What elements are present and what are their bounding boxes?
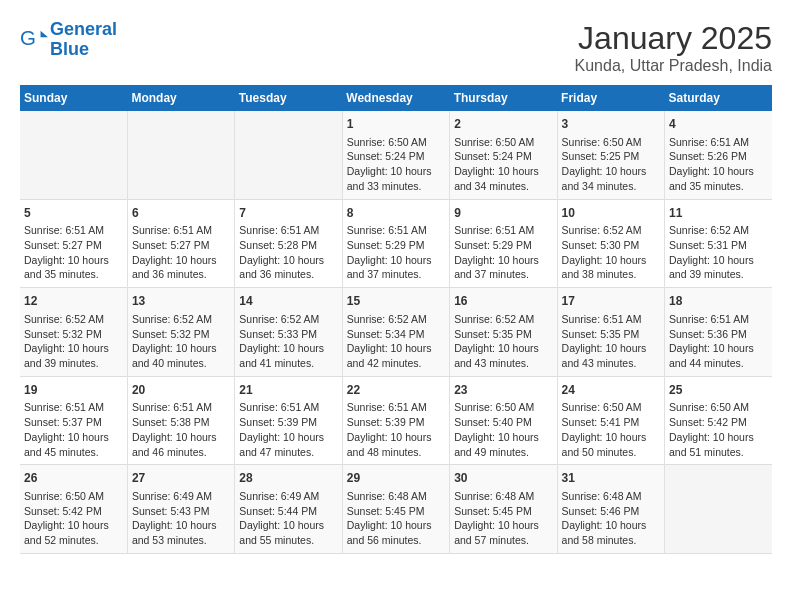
sunset-text: Sunset: 5:31 PM <box>669 238 768 253</box>
day-number: 16 <box>454 293 552 310</box>
sunset-text: Sunset: 5:30 PM <box>562 238 660 253</box>
sunset-text: Sunset: 5:41 PM <box>562 415 660 430</box>
day-number: 7 <box>239 205 337 222</box>
logo-blue: Blue <box>50 40 117 60</box>
day-header-friday: Friday <box>557 85 664 111</box>
daylight-text: Daylight: 10 hours and 49 minutes. <box>454 430 552 459</box>
calendar-cell <box>20 111 127 199</box>
day-number: 4 <box>669 116 768 133</box>
daylight-text: Daylight: 10 hours and 34 minutes. <box>562 164 660 193</box>
daylight-text: Daylight: 10 hours and 53 minutes. <box>132 518 230 547</box>
calendar-cell: 1Sunrise: 6:50 AMSunset: 5:24 PMDaylight… <box>342 111 449 199</box>
calendar-cell: 28Sunrise: 6:49 AMSunset: 5:44 PMDayligh… <box>235 465 342 554</box>
sunrise-text: Sunrise: 6:51 AM <box>347 400 445 415</box>
calendar-cell: 5Sunrise: 6:51 AMSunset: 5:27 PMDaylight… <box>20 199 127 288</box>
calendar-table: SundayMondayTuesdayWednesdayThursdayFrid… <box>20 85 772 554</box>
sunset-text: Sunset: 5:27 PM <box>24 238 123 253</box>
svg-marker-1 <box>41 30 48 37</box>
sunset-text: Sunset: 5:43 PM <box>132 504 230 519</box>
sunset-text: Sunset: 5:38 PM <box>132 415 230 430</box>
sunrise-text: Sunrise: 6:50 AM <box>562 135 660 150</box>
daylight-text: Daylight: 10 hours and 35 minutes. <box>24 253 123 282</box>
daylight-text: Daylight: 10 hours and 38 minutes. <box>562 253 660 282</box>
sunset-text: Sunset: 5:29 PM <box>454 238 552 253</box>
sunrise-text: Sunrise: 6:52 AM <box>239 312 337 327</box>
day-number: 20 <box>132 382 230 399</box>
daylight-text: Daylight: 10 hours and 37 minutes. <box>347 253 445 282</box>
sunset-text: Sunset: 5:42 PM <box>669 415 768 430</box>
day-number: 14 <box>239 293 337 310</box>
day-number: 8 <box>347 205 445 222</box>
day-number: 12 <box>24 293 123 310</box>
calendar-title: January 2025 <box>575 20 772 57</box>
week-row-1: 1Sunrise: 6:50 AMSunset: 5:24 PMDaylight… <box>20 111 772 199</box>
sunrise-text: Sunrise: 6:49 AM <box>132 489 230 504</box>
daylight-text: Daylight: 10 hours and 46 minutes. <box>132 430 230 459</box>
sunset-text: Sunset: 5:34 PM <box>347 327 445 342</box>
week-row-4: 19Sunrise: 6:51 AMSunset: 5:37 PMDayligh… <box>20 376 772 465</box>
day-number: 28 <box>239 470 337 487</box>
day-number: 30 <box>454 470 552 487</box>
sunset-text: Sunset: 5:44 PM <box>239 504 337 519</box>
calendar-cell: 21Sunrise: 6:51 AMSunset: 5:39 PMDayligh… <box>235 376 342 465</box>
week-row-3: 12Sunrise: 6:52 AMSunset: 5:32 PMDayligh… <box>20 288 772 377</box>
daylight-text: Daylight: 10 hours and 50 minutes. <box>562 430 660 459</box>
day-header-wednesday: Wednesday <box>342 85 449 111</box>
sunset-text: Sunset: 5:39 PM <box>347 415 445 430</box>
calendar-cell: 9Sunrise: 6:51 AMSunset: 5:29 PMDaylight… <box>450 199 557 288</box>
sunset-text: Sunset: 5:32 PM <box>132 327 230 342</box>
day-number: 1 <box>347 116 445 133</box>
calendar-cell: 17Sunrise: 6:51 AMSunset: 5:35 PMDayligh… <box>557 288 664 377</box>
logo-general: General <box>50 19 117 39</box>
daylight-text: Daylight: 10 hours and 44 minutes. <box>669 341 768 370</box>
sunset-text: Sunset: 5:33 PM <box>239 327 337 342</box>
sunrise-text: Sunrise: 6:51 AM <box>24 223 123 238</box>
week-row-5: 26Sunrise: 6:50 AMSunset: 5:42 PMDayligh… <box>20 465 772 554</box>
day-number: 27 <box>132 470 230 487</box>
sunrise-text: Sunrise: 6:52 AM <box>669 223 768 238</box>
day-number: 26 <box>24 470 123 487</box>
day-number: 29 <box>347 470 445 487</box>
svg-text:G: G <box>20 26 36 49</box>
sunset-text: Sunset: 5:46 PM <box>562 504 660 519</box>
logo: G General Blue <box>20 20 117 60</box>
day-header-thursday: Thursday <box>450 85 557 111</box>
calendar-cell: 26Sunrise: 6:50 AMSunset: 5:42 PMDayligh… <box>20 465 127 554</box>
day-number: 5 <box>24 205 123 222</box>
sunset-text: Sunset: 5:27 PM <box>132 238 230 253</box>
sunrise-text: Sunrise: 6:51 AM <box>562 312 660 327</box>
calendar-subtitle: Kunda, Uttar Pradesh, India <box>575 57 772 75</box>
day-number: 3 <box>562 116 660 133</box>
sunrise-text: Sunrise: 6:50 AM <box>454 400 552 415</box>
calendar-cell: 14Sunrise: 6:52 AMSunset: 5:33 PMDayligh… <box>235 288 342 377</box>
calendar-cell: 25Sunrise: 6:50 AMSunset: 5:42 PMDayligh… <box>665 376 772 465</box>
daylight-text: Daylight: 10 hours and 43 minutes. <box>454 341 552 370</box>
daylight-text: Daylight: 10 hours and 39 minutes. <box>24 341 123 370</box>
sunrise-text: Sunrise: 6:51 AM <box>132 223 230 238</box>
sunrise-text: Sunrise: 6:52 AM <box>132 312 230 327</box>
sunset-text: Sunset: 5:45 PM <box>347 504 445 519</box>
daylight-text: Daylight: 10 hours and 56 minutes. <box>347 518 445 547</box>
calendar-cell: 18Sunrise: 6:51 AMSunset: 5:36 PMDayligh… <box>665 288 772 377</box>
sunrise-text: Sunrise: 6:51 AM <box>347 223 445 238</box>
sunrise-text: Sunrise: 6:49 AM <box>239 489 337 504</box>
sunrise-text: Sunrise: 6:51 AM <box>239 400 337 415</box>
sunset-text: Sunset: 5:35 PM <box>562 327 660 342</box>
day-header-tuesday: Tuesday <box>235 85 342 111</box>
daylight-text: Daylight: 10 hours and 48 minutes. <box>347 430 445 459</box>
day-number: 2 <box>454 116 552 133</box>
sunrise-text: Sunrise: 6:50 AM <box>454 135 552 150</box>
daylight-text: Daylight: 10 hours and 57 minutes. <box>454 518 552 547</box>
calendar-cell: 19Sunrise: 6:51 AMSunset: 5:37 PMDayligh… <box>20 376 127 465</box>
calendar-cell: 11Sunrise: 6:52 AMSunset: 5:31 PMDayligh… <box>665 199 772 288</box>
day-number: 10 <box>562 205 660 222</box>
sunrise-text: Sunrise: 6:50 AM <box>347 135 445 150</box>
sunrise-text: Sunrise: 6:52 AM <box>454 312 552 327</box>
sunset-text: Sunset: 5:37 PM <box>24 415 123 430</box>
calendar-cell: 10Sunrise: 6:52 AMSunset: 5:30 PMDayligh… <box>557 199 664 288</box>
day-number: 11 <box>669 205 768 222</box>
sunrise-text: Sunrise: 6:51 AM <box>239 223 337 238</box>
day-number: 17 <box>562 293 660 310</box>
sunset-text: Sunset: 5:42 PM <box>24 504 123 519</box>
sunset-text: Sunset: 5:26 PM <box>669 149 768 164</box>
